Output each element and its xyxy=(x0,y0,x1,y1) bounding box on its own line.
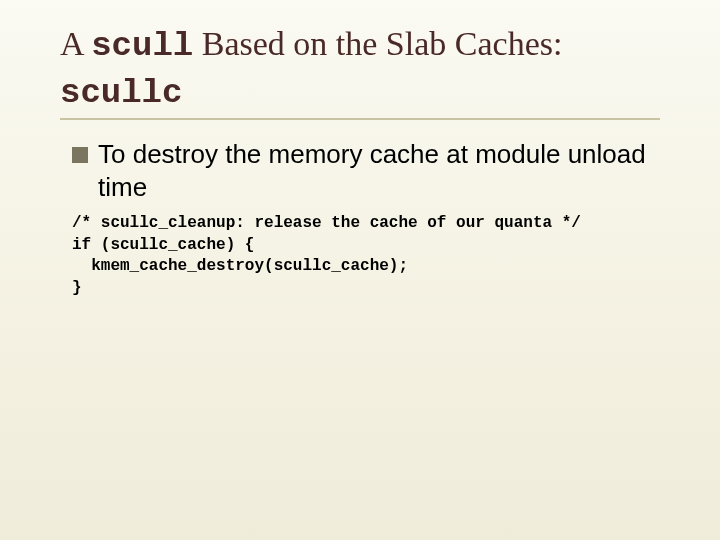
bullet-text: To destroy the memory cache at module un… xyxy=(98,138,660,203)
code-line-1: /* scullc_cleanup: release the cache of … xyxy=(72,214,581,232)
code-block: /* scullc_cleanup: release the cache of … xyxy=(72,213,660,299)
title-mid: Based on the Slab Caches: xyxy=(193,25,562,62)
slide: A scull Based on the Slab Caches: scullc… xyxy=(0,0,720,540)
bullet-square-icon xyxy=(72,147,88,163)
bullet-item: To destroy the memory cache at module un… xyxy=(72,138,660,203)
code-line-2: if (scullc_cache) { xyxy=(72,236,254,254)
slide-title: A scull Based on the Slab Caches: scullc xyxy=(60,22,660,115)
title-mono-scull: scull xyxy=(91,27,193,65)
title-underline xyxy=(60,118,660,120)
title-prefix: A xyxy=(60,25,91,62)
code-line-3: kmem_cache_destroy(scullc_cache); xyxy=(72,257,408,275)
slide-body: To destroy the memory cache at module un… xyxy=(72,138,660,299)
title-mono-scullc: scullc xyxy=(60,74,182,112)
code-line-4: } xyxy=(72,279,82,297)
